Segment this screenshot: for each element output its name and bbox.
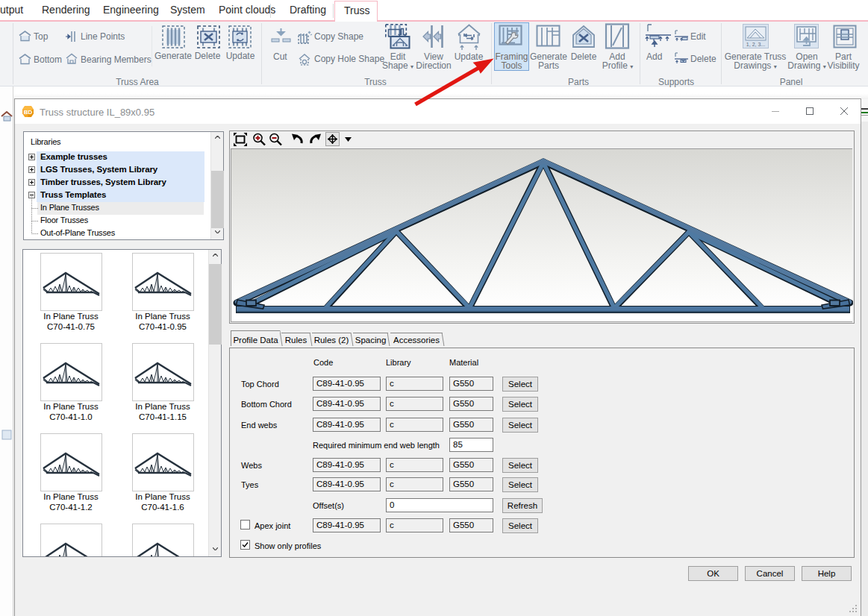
svg-text:1, 2, 3...: 1, 2, 3... bbox=[746, 42, 765, 47]
svg-text:BD: BD bbox=[24, 109, 33, 116]
